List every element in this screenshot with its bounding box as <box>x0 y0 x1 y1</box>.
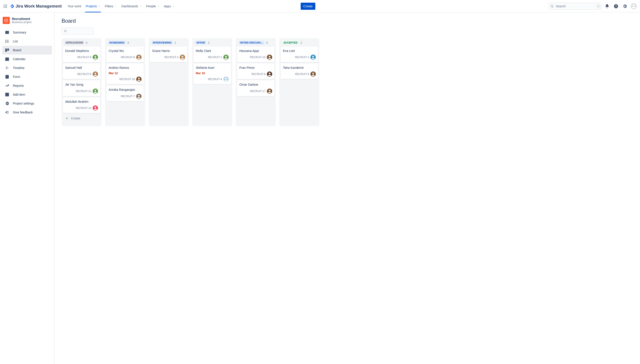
column-header[interactable]: APPLICATION4 <box>63 41 100 46</box>
board-card[interactable]: Jie Yan SongRECRUIT-12 <box>63 80 100 96</box>
product-logo[interactable]: Jira Work Management <box>10 4 62 9</box>
sidebar-item-list[interactable]: List <box>2 37 52 46</box>
card-title: Annika Rangarajan <box>109 88 142 92</box>
assignee-avatar[interactable] <box>310 72 316 77</box>
column-header[interactable]: ACCEPTED2 <box>281 41 318 46</box>
assignee-avatar[interactable] <box>136 76 142 82</box>
search-wrapper: / <box>548 3 602 10</box>
board-card[interactable]: Eva LienRECRUIT-1 <box>281 46 318 62</box>
form-icon <box>5 74 10 80</box>
app-switcher-icon[interactable] <box>3 4 8 9</box>
card-key: RECRUIT-7 <box>121 95 135 98</box>
help-icon[interactable]: ? <box>612 3 619 10</box>
board-column: OFFER2Molly ClarkRECRUIT-2Stefanie AuerM… <box>192 38 232 126</box>
search-icon <box>550 4 554 8</box>
svg-point-7 <box>5 7 6 8</box>
search-input[interactable] <box>548 3 602 10</box>
board-card[interactable]: Omar DarboeRECRUIT-17 <box>237 80 274 96</box>
sidebar-item-label: Reports <box>13 84 24 88</box>
sidebar-item-label: Summary <box>13 31 26 34</box>
notifications-icon[interactable] <box>603 3 611 10</box>
column-count: 1 <box>174 41 176 44</box>
sidebar-item-board[interactable]: Board <box>2 46 52 54</box>
svg-point-2 <box>6 4 7 5</box>
assignee-avatar[interactable] <box>267 88 272 94</box>
board-card[interactable]: Annika RangarajanRECRUIT-7 <box>106 86 144 101</box>
board-card[interactable]: Stefanie AuerMar 16RECRUIT-4 <box>193 64 231 84</box>
sidebar-item-summary[interactable]: Summary <box>2 28 52 37</box>
column-title-badge: SCREENING <box>108 41 126 44</box>
card-key: RECRUIT-1 <box>295 56 309 59</box>
assignee-avatar[interactable] <box>267 54 272 60</box>
board-search[interactable] <box>62 28 94 34</box>
card-key: RECRUIT-6 <box>295 72 309 76</box>
board-card[interactable]: Hassana AjayiRECRUIT-15 <box>237 46 274 62</box>
card-key: RECRUIT-6 <box>121 56 135 59</box>
board-card[interactable]: Taha KandemirRECRUIT-6 <box>281 64 318 79</box>
assignee-avatar[interactable] <box>180 54 185 60</box>
sidebar-item-timeline[interactable]: Timeline <box>2 64 52 72</box>
calendar-icon <box>5 56 10 62</box>
assignee-avatar[interactable] <box>136 54 142 60</box>
board-card[interactable]: Fran PerezRECRUIT-6 <box>237 64 274 79</box>
column-header[interactable]: OFFER2 <box>193 41 231 46</box>
svg-point-53 <box>269 56 271 58</box>
sidebar-item-label: Form <box>13 75 20 78</box>
sidebar-item-settings[interactable]: Project settings <box>2 99 52 108</box>
svg-rect-23 <box>6 48 7 52</box>
column-title-badge: OFFER DISCUSS… <box>239 41 264 44</box>
topnav-item-dashboards[interactable]: Dashboards <box>119 0 144 12</box>
card-title: Jie Yan Song <box>65 82 98 86</box>
create-card-button[interactable]: Create <box>63 115 100 122</box>
sidebar-item-reports[interactable]: Reports <box>2 81 52 90</box>
sidebar-item-add[interactable]: Add item <box>2 90 52 99</box>
sidebar-item-label: Board <box>13 48 21 52</box>
column-header[interactable]: OFFER DISCUSS…3 <box>237 41 274 46</box>
topnav-item-your-work[interactable]: Your work <box>65 0 84 12</box>
card-footer: RECRUIT-3 <box>152 54 185 60</box>
topnav-item-people[interactable]: People <box>144 0 162 12</box>
card-key: RECRUIT-3 <box>164 56 178 59</box>
board-card[interactable]: Crystal WuRECRUIT-6 <box>106 46 144 62</box>
column-header[interactable]: SCREENING3 <box>106 41 144 46</box>
board-card[interactable]: Andres RamosMar 12RECRUIT-18 <box>106 64 144 84</box>
board-card[interactable]: Abdullah IbrahimRECRUIT-12 <box>63 98 100 113</box>
create-button[interactable]: Create <box>301 3 315 10</box>
topnav-item-projects[interactable]: Projects <box>83 0 103 12</box>
assignee-avatar[interactable] <box>267 72 272 77</box>
column-header[interactable]: INTERVIEWING1 <box>150 41 187 46</box>
assignee-avatar[interactable] <box>93 72 98 77</box>
board-column: INTERVIEWING1Grace HarrisRECRUIT-3 <box>149 38 189 126</box>
board-search-input[interactable] <box>69 29 91 33</box>
topnav-label: Projects <box>86 4 97 8</box>
assignee-avatar[interactable] <box>136 94 142 99</box>
chevron-down-icon <box>157 4 159 8</box>
board-card[interactable]: Samuel HallRECRUIT-8 <box>63 64 100 79</box>
profile-avatar[interactable] <box>630 3 637 10</box>
board-card[interactable]: Grace HarrisRECRUIT-3 <box>150 46 187 62</box>
assignee-avatar[interactable] <box>93 106 98 111</box>
board-column: APPLICATION4Donald StephensRECRUIT-8Samu… <box>62 38 102 126</box>
board-card[interactable]: Molly ClarkRECRUIT-2 <box>193 46 231 62</box>
sidebar-item-form[interactable]: Form <box>2 72 52 81</box>
assignee-avatar[interactable] <box>93 88 98 94</box>
sidebar-item-calendar[interactable]: Calendar <box>2 54 52 64</box>
svg-point-54 <box>269 72 271 74</box>
topnav-label: Dashboards <box>121 4 138 8</box>
assignee-avatar[interactable] <box>223 76 229 82</box>
chevron-down-icon <box>172 4 174 8</box>
card-title: Molly Clark <box>196 49 229 53</box>
svg-point-1 <box>5 4 6 5</box>
topnav-label: Your work <box>68 4 81 8</box>
sidebar-item-feedback[interactable]: Give feedback <box>2 108 52 117</box>
topnav-item-filters[interactable]: Filters <box>103 0 119 12</box>
project-header[interactable]: Recruitment Business project <box>2 17 52 28</box>
topbar-right: / ? <box>548 3 637 10</box>
board-card[interactable]: Donald StephensRECRUIT-8 <box>63 46 100 62</box>
card-key: RECRUIT-18 <box>119 78 135 81</box>
topnav-item-apps[interactable]: Apps <box>161 0 177 12</box>
settings-icon[interactable] <box>621 3 628 10</box>
assignee-avatar[interactable] <box>310 54 316 60</box>
assignee-avatar[interactable] <box>93 54 98 60</box>
assignee-avatar[interactable] <box>223 54 229 60</box>
